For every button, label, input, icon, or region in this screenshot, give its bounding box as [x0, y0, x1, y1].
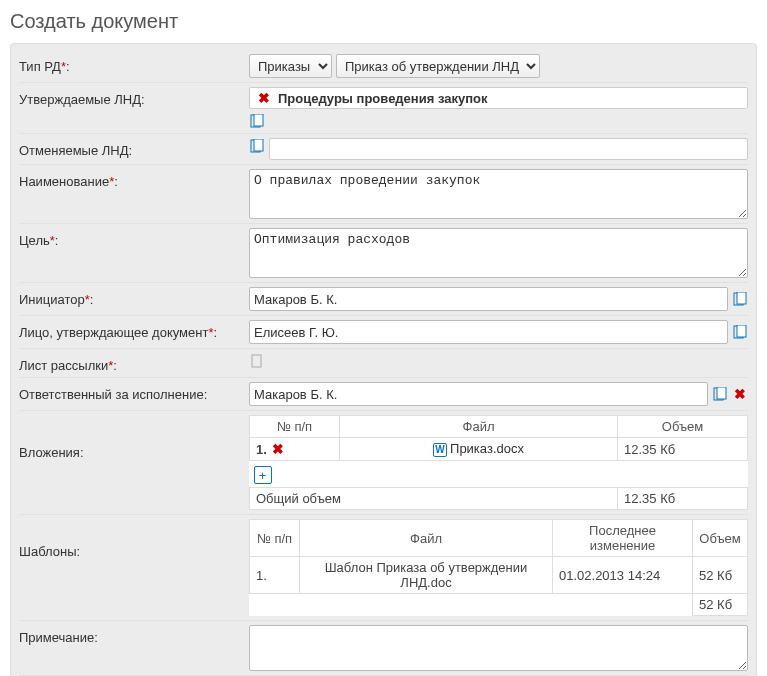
- pick-responsible-icon[interactable]: [712, 386, 728, 402]
- otm-lnd-box: [269, 138, 748, 160]
- svg-rect-3: [254, 139, 263, 151]
- label-approver: Лицо, утверждающее документ*:: [19, 320, 249, 340]
- add-otm-lnd-icon[interactable]: [249, 138, 265, 154]
- template-file-link[interactable]: Шаблон Приказа об утверждении ЛНД.doc: [325, 560, 528, 590]
- responsible-input[interactable]: [249, 382, 708, 406]
- primechanie-textarea[interactable]: [249, 625, 748, 671]
- tsel-textarea[interactable]: Оптимизация расходов: [249, 228, 748, 278]
- clear-responsible-icon[interactable]: ✖: [732, 386, 748, 402]
- label-initiator: Инициатор*:: [19, 287, 249, 307]
- utv-lnd-box: ✖ Процедуры проведения закупок: [249, 87, 748, 109]
- pick-approver-icon[interactable]: [732, 324, 748, 340]
- table-header-row: № п/п Файл Объем: [250, 416, 748, 438]
- table-row-add: +: [250, 461, 748, 488]
- label-responsible: Ответственный за исполнение:: [19, 382, 249, 402]
- add-utv-lnd-icon[interactable]: [249, 113, 265, 129]
- table-header-row: № п/п Файл Последнее изменение Объем: [250, 520, 748, 557]
- tip-rd-select-1[interactable]: Приказы: [249, 54, 332, 78]
- label-otm-lnd: Отменяемые ЛНД:: [19, 138, 249, 158]
- initiator-input[interactable]: [249, 287, 728, 311]
- table-total-row: 52 Кб: [250, 594, 748, 616]
- add-attachment-icon[interactable]: +: [254, 466, 272, 484]
- label-tsel: Цель*:: [19, 228, 249, 248]
- svg-rect-7: [737, 325, 746, 337]
- label-tip-rd: Тип РД*:: [19, 54, 249, 74]
- create-document-form: Тип РД*: Приказы Приказ об утверждении Л…: [10, 43, 757, 676]
- pick-initiator-icon[interactable]: [732, 291, 748, 307]
- label-shablony: Шаблоны:: [19, 519, 249, 616]
- templates-table: № п/п Файл Последнее изменение Объем 1. …: [249, 519, 748, 616]
- svg-rect-8: [252, 355, 261, 367]
- th-volume: Объем: [693, 520, 748, 557]
- label-utv-lnd: Утверждаемые ЛНД:: [19, 87, 249, 129]
- word-file-icon: W: [433, 443, 447, 457]
- svg-rect-5: [737, 292, 746, 304]
- naimen-textarea[interactable]: О правилах проведении закупок: [249, 169, 748, 219]
- table-row: 1. Шаблон Приказа об утверждении ЛНД.doc…: [250, 557, 748, 594]
- label-naimen: Наименование*:: [19, 169, 249, 189]
- th-npp: № п/п: [250, 520, 300, 557]
- label-list-rass: Лист рассылки*:: [19, 353, 249, 373]
- th-file: Файл: [300, 520, 553, 557]
- label-vlozh: Вложения:: [19, 415, 249, 510]
- remove-attachment-icon[interactable]: ✖: [270, 441, 286, 457]
- attachment-file-link[interactable]: Приказ.docx: [450, 441, 524, 456]
- utv-lnd-item: Процедуры проведения закупок: [278, 91, 487, 106]
- table-row: 1. ✖ WПриказ.docx 12.35 Кб: [250, 438, 748, 461]
- svg-rect-1: [254, 114, 263, 126]
- page-title: Создать документ: [10, 10, 757, 33]
- label-primechanie: Примечание:: [19, 625, 249, 645]
- th-volume: Объем: [618, 416, 748, 438]
- approver-input[interactable]: [249, 320, 728, 344]
- remove-utv-lnd-icon[interactable]: ✖: [256, 90, 272, 106]
- tip-rd-select-2[interactable]: Приказ об утверждении ЛНД: [336, 54, 540, 78]
- list-rass-icon[interactable]: [249, 353, 265, 369]
- table-total-row: Общий объем 12.35 Кб: [250, 488, 748, 510]
- attachments-table: № п/п Файл Объем 1. ✖ WПриказ.docx 12.35…: [249, 415, 748, 510]
- th-file: Файл: [340, 416, 618, 438]
- th-npp: № п/п: [250, 416, 340, 438]
- th-modified: Последнее изменение: [553, 520, 693, 557]
- svg-rect-10: [717, 387, 726, 399]
